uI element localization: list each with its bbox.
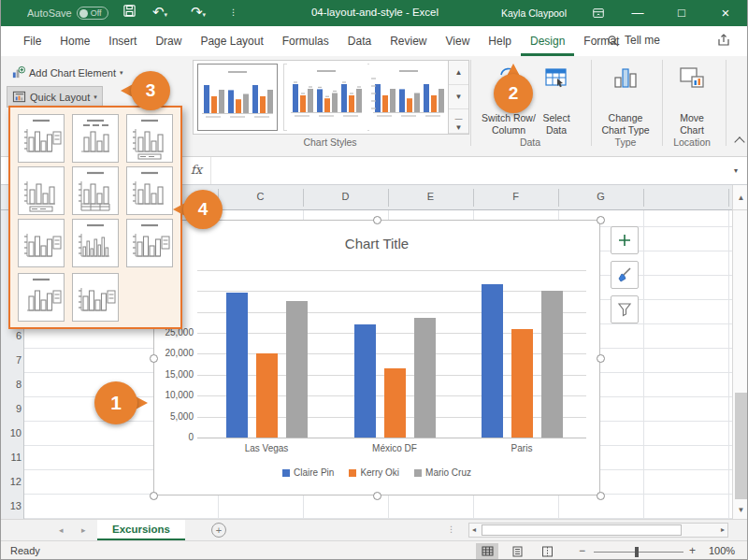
column-header-F[interactable]: F xyxy=(497,191,535,202)
maximize-button[interactable]: □ xyxy=(666,0,698,26)
row-header-12[interactable]: 12 xyxy=(1,476,22,487)
scroll-down-icon[interactable]: ▼ xyxy=(732,502,748,519)
sheet-next-icon[interactable]: ▸ xyxy=(81,525,86,535)
chart-style-1[interactable] xyxy=(197,64,278,131)
row-header-13[interactable]: 13 xyxy=(1,500,22,511)
quick-layout-layout-2[interactable] xyxy=(72,114,119,163)
scrollbar-grip-icon[interactable]: ⋮ xyxy=(447,524,455,534)
bar-kerry-oki-méxico-df[interactable] xyxy=(384,368,406,438)
quick-layout-button[interactable]: Quick Layout▾ xyxy=(7,86,103,108)
row-header-10[interactable]: 10 xyxy=(1,427,22,438)
scroll-right-icon[interactable]: ▸ xyxy=(721,525,725,534)
chart-styles-button[interactable] xyxy=(611,261,639,289)
gallery-up-icon[interactable]: ▲ xyxy=(449,61,468,85)
chart-title[interactable]: Chart Title xyxy=(154,236,599,251)
zoom-in-icon[interactable]: + xyxy=(689,544,696,557)
quick-layout-layout-7[interactable] xyxy=(18,219,65,267)
selection-handle[interactable] xyxy=(597,492,605,500)
chart-style-3[interactable] xyxy=(369,64,450,131)
quick-layout-layout-5[interactable] xyxy=(72,166,119,215)
zoom-slider[interactable] xyxy=(594,552,683,553)
collapse-ribbon-icon[interactable] xyxy=(734,136,744,147)
fx-icon[interactable]: fx xyxy=(191,163,202,177)
legend-item[interactable]: Kerry Oki xyxy=(349,467,399,478)
column-header-E[interactable]: E xyxy=(412,191,450,202)
chart-elements-button[interactable] xyxy=(611,226,639,254)
selection-handle[interactable] xyxy=(597,354,605,363)
row-header-11[interactable]: 11 xyxy=(1,452,22,463)
column-header-G[interactable]: G xyxy=(583,191,620,202)
selection-handle[interactable] xyxy=(150,492,158,500)
sheet-prev-icon[interactable]: ◂ xyxy=(59,525,64,535)
tab-page-layout[interactable]: Page Layout xyxy=(191,26,272,56)
chart-filters-button[interactable] xyxy=(611,295,639,323)
tab-view[interactable]: View xyxy=(437,26,480,56)
bar-claire-pin-paris[interactable] xyxy=(482,284,503,438)
chart-legend[interactable]: Claire PinKerry OkiMario Cruz xyxy=(154,467,599,478)
quick-layout-layout-3[interactable] xyxy=(126,114,173,163)
row-header-9[interactable]: 9 xyxy=(1,403,22,414)
bar-mario-cruz-las-vegas[interactable] xyxy=(286,301,308,438)
quick-layout-layout-10[interactable] xyxy=(18,273,65,322)
legend-item[interactable]: Claire Pin xyxy=(282,467,334,478)
page-layout-view-icon[interactable] xyxy=(506,543,528,559)
scroll-up-icon[interactable]: ▲ xyxy=(732,185,748,210)
ribbon-display-options-icon[interactable] xyxy=(583,0,614,26)
row-header-6[interactable]: 6 xyxy=(1,330,22,341)
column-header-C[interactable]: C xyxy=(242,191,280,202)
quick-layout-layout-4[interactable] xyxy=(18,166,65,215)
page-break-view-icon[interactable] xyxy=(536,543,558,559)
tab-help[interactable]: Help xyxy=(479,26,521,56)
vertical-scrollbar[interactable] xyxy=(732,210,748,502)
selection-handle[interactable] xyxy=(150,354,158,363)
tab-review[interactable]: Review xyxy=(381,26,436,56)
column-header-D[interactable]: D xyxy=(327,191,365,202)
bar-claire-pin-méxico-df[interactable] xyxy=(354,324,376,438)
gallery-more-icon[interactable]: —▼ xyxy=(449,109,468,134)
zoom-out-icon[interactable]: − xyxy=(579,544,585,557)
gallery-down-icon[interactable]: ▼ xyxy=(449,85,468,109)
add-sheet-button[interactable]: + xyxy=(211,523,226,538)
quick-layout-layout-9[interactable] xyxy=(126,219,173,267)
tab-insert[interactable]: Insert xyxy=(99,26,146,56)
tab-design[interactable]: Design xyxy=(521,26,574,56)
save-icon[interactable] xyxy=(122,4,137,22)
bar-mario-cruz-méxico-df[interactable] xyxy=(414,318,436,438)
add-chart-element-button[interactable]: Add Chart Element▾ xyxy=(7,62,127,83)
account-name[interactable]: Kayla Claypool xyxy=(492,7,576,19)
tab-formulas[interactable]: Formulas xyxy=(273,26,338,56)
autosave-toggle[interactable]: AutoSave Off xyxy=(27,7,108,20)
selection-handle[interactable] xyxy=(373,216,381,224)
formula-input[interactable] xyxy=(210,157,726,184)
select-data-button[interactable]: SelectData xyxy=(527,60,585,146)
tell-me-box[interactable]: Tell me xyxy=(607,34,660,47)
quick-layout-layout-8[interactable] xyxy=(72,219,119,267)
redo-icon[interactable]: ↷▾ xyxy=(191,4,206,23)
tab-home[interactable]: Home xyxy=(50,26,99,56)
zoom-level[interactable]: 100% xyxy=(709,545,735,556)
selection-handle[interactable] xyxy=(373,492,381,500)
quick-layout-layout-6[interactable] xyxy=(126,166,173,215)
chart[interactable]: Chart Title 05,00010,00015,00020,00025,0… xyxy=(153,220,600,495)
scroll-left-icon[interactable]: ◂ xyxy=(472,525,476,534)
row-header-8[interactable]: 8 xyxy=(1,379,22,390)
tab-draw[interactable]: Draw xyxy=(146,26,191,56)
horizontal-scrollbar[interactable]: ◂ ▸ xyxy=(468,523,728,538)
zoom-slider-thumb[interactable] xyxy=(635,547,639,557)
close-button[interactable]: × xyxy=(710,0,741,26)
share-icon[interactable] xyxy=(716,33,731,51)
expand-formula-bar-icon[interactable]: ▾ xyxy=(734,166,738,175)
quick-layout-layout-1[interactable] xyxy=(18,114,65,163)
bar-claire-pin-las-vegas[interactable] xyxy=(226,293,248,438)
bar-mario-cruz-paris[interactable] xyxy=(541,291,563,438)
chart-style-2[interactable] xyxy=(287,64,367,131)
legend-item[interactable]: Mario Cruz xyxy=(414,467,471,478)
move-chart-button[interactable]: MoveChart xyxy=(663,60,721,146)
bar-kerry-oki-paris[interactable] xyxy=(511,329,533,438)
vertical-scroll-thumb[interactable] xyxy=(735,393,748,499)
normal-view-icon[interactable] xyxy=(476,543,498,559)
horizontal-scroll-thumb[interactable] xyxy=(482,524,682,536)
quick-layout-layout-11[interactable] xyxy=(72,273,119,322)
minimize-button[interactable]: — xyxy=(622,0,654,26)
change-chart-type-button[interactable]: ChangeChart Type xyxy=(597,60,654,146)
